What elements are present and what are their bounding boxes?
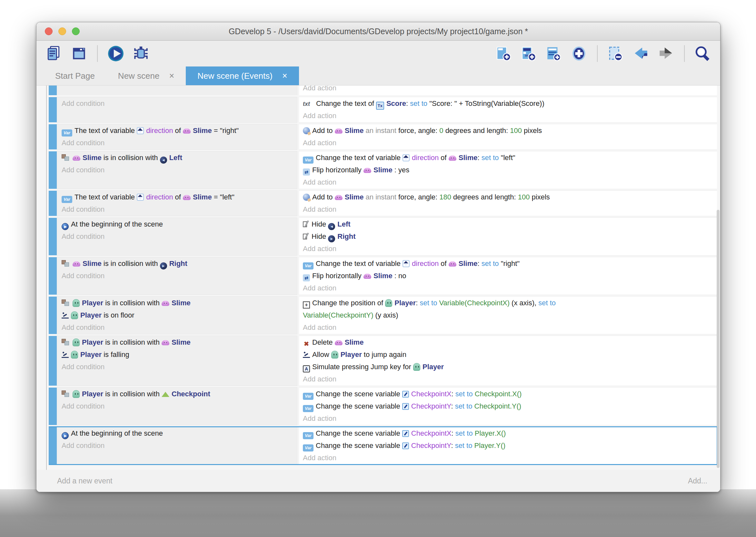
add-condition-button[interactable]: Add condition	[61, 164, 295, 176]
action[interactable]: Change the text of variable direction of…	[303, 152, 714, 164]
scene-editor-button[interactable]	[70, 45, 88, 62]
add-action-button[interactable]: Add action	[303, 282, 714, 294]
action[interactable]: Add to Slime an instant force, angle: 0 …	[303, 125, 714, 137]
add-condition-button[interactable]: Add condition	[61, 203, 295, 216]
add-action-button[interactable]: Add action	[303, 176, 714, 188]
event-drag-handle[interactable]	[49, 257, 57, 295]
add-condition-button[interactable]: Add condition	[61, 400, 295, 412]
event-row[interactable]: Player is in collision with CheckpointAd…	[49, 388, 717, 425]
tab-start-page[interactable]: Start Page	[44, 66, 106, 86]
add-action-button[interactable]: Add action	[303, 321, 714, 334]
action[interactable]: Add to Slime an instant force, angle: 18…	[303, 191, 714, 203]
condition[interactable]: At the beginning of the scene	[61, 427, 295, 439]
project-manager-button[interactable]	[45, 45, 63, 62]
add-new-event-button[interactable]: Add a new event	[57, 476, 112, 485]
var-icon	[303, 156, 314, 164]
condition[interactable]: At the beginning of the scene	[61, 218, 295, 230]
action[interactable]: Flip horizontally Slime : yes	[303, 164, 714, 176]
action[interactable]: Change the scene variable CheckpointX: s…	[303, 388, 714, 400]
action[interactable]: Hide Right	[303, 230, 714, 243]
event-drag-handle[interactable]	[49, 97, 57, 122]
event-drag-handle[interactable]	[49, 427, 57, 464]
redo-button[interactable]	[657, 45, 675, 62]
event-row[interactable]: The text of variable direction of Slime …	[49, 191, 717, 216]
jump-icon	[303, 351, 310, 358]
tab-close-icon[interactable]: ×	[169, 72, 174, 80]
add-action-button[interactable]: Add action	[303, 412, 714, 425]
event-row[interactable]: Player is in collision with SlimePlayer …	[49, 336, 717, 386]
event-row[interactable]: Add action	[49, 86, 717, 95]
event-drag-handle[interactable]	[49, 124, 57, 149]
action[interactable]: Hide Left	[303, 218, 714, 230]
event-drag-handle[interactable]	[49, 388, 57, 425]
tab-new-scene-events[interactable]: New scene (Events)×	[186, 66, 299, 86]
delete-event-button[interactable]	[607, 45, 625, 62]
collision-icon	[61, 260, 70, 267]
action[interactable]: Change the text of Score: set to "Score:…	[303, 98, 714, 110]
undo-button[interactable]	[632, 45, 650, 62]
condition[interactable]: The text of variable direction of Slime …	[61, 125, 295, 137]
debugger-button[interactable]	[132, 45, 150, 62]
event-row[interactable]: The text of variable direction of Slime …	[49, 124, 717, 149]
event-drag-handle[interactable]	[49, 297, 57, 334]
add-condition-button[interactable]: Add condition	[61, 98, 295, 110]
search-events-button[interactable]	[694, 45, 712, 62]
event-row[interactable]: Add conditionChange the text of Score: s…	[49, 97, 717, 122]
begin-icon	[61, 223, 69, 230]
condition[interactable]: Player is in collision with Checkpoint	[61, 388, 295, 400]
add-condition-button[interactable]: Add condition	[61, 439, 295, 452]
add-other-event-button[interactable]	[570, 45, 588, 62]
add-condition-button[interactable]: Add condition	[61, 270, 295, 282]
event-row[interactable]: Slime is in collision with RightAdd cond…	[49, 257, 717, 295]
action[interactable]: Simulate pressing Jump key for Player	[303, 361, 714, 373]
tab-new-scene[interactable]: New scene×	[106, 66, 186, 86]
add-comment-button[interactable]	[545, 45, 563, 62]
preview-button[interactable]	[107, 45, 125, 62]
add-action-button[interactable]: Add action	[303, 203, 714, 216]
event-row[interactable]: At the beginning of the sceneAdd conditi…	[49, 427, 717, 464]
action[interactable]: Change the text of variable direction of…	[303, 258, 714, 270]
add-action-button[interactable]: Add action	[303, 110, 714, 122]
event-row[interactable]: Slime is in collision with LeftAdd condi…	[49, 151, 717, 189]
event-row[interactable]: Player is in collision with SlimePlayer …	[49, 297, 717, 334]
add-event-button[interactable]	[494, 45, 512, 62]
event-drag-handle[interactable]	[49, 86, 57, 95]
condition[interactable]: Slime is in collision with Right	[61, 258, 295, 270]
add-action-button[interactable]: Add action	[303, 137, 714, 149]
add-action-button[interactable]: Add action	[303, 373, 714, 385]
add-condition-button[interactable]: Add condition	[61, 361, 295, 373]
add-condition-button[interactable]: Add condition	[61, 321, 295, 334]
event-row[interactable]: At the beginning of the sceneAdd conditi…	[49, 218, 717, 255]
add-subevent-button[interactable]	[520, 45, 538, 62]
close-window-button[interactable]	[45, 27, 53, 35]
condition[interactable]: Slime is in collision with Left	[61, 152, 295, 164]
condition[interactable]: Player is in collision with Slime	[61, 297, 295, 309]
condition[interactable]: The text of variable direction of Slime …	[61, 191, 295, 203]
action[interactable]: Change the scene variable CheckpointX: s…	[303, 427, 714, 439]
action[interactable]: Flip horizontally Slime : no	[303, 270, 714, 282]
scrollbar-thumb[interactable]	[717, 210, 720, 468]
add-condition-button[interactable]: Add condition	[61, 230, 295, 243]
condition[interactable]: Player is falling	[61, 349, 295, 361]
tab-close-icon[interactable]: ×	[282, 72, 287, 80]
add-more-button[interactable]: Add...	[688, 476, 707, 485]
event-drag-handle[interactable]	[49, 191, 57, 216]
event-drag-handle[interactable]	[49, 336, 57, 386]
event-drag-handle[interactable]	[49, 218, 57, 255]
action[interactable]: Change the position of Player: set to Va…	[303, 297, 714, 321]
vartype-icon	[402, 260, 410, 267]
event-drag-handle[interactable]	[49, 151, 57, 189]
action[interactable]: Change the scene variable CheckpointY: s…	[303, 439, 714, 452]
action[interactable]: Allow Player to jump again	[303, 349, 714, 361]
tab-label: Start Page	[55, 71, 95, 81]
minimize-window-button[interactable]	[58, 27, 66, 35]
add-condition-button[interactable]: Add condition	[61, 137, 295, 149]
condition[interactable]: Player is in collision with Slime	[61, 336, 295, 349]
add-action-button[interactable]: Add action	[303, 243, 714, 255]
action[interactable]: Delete Slime	[303, 336, 714, 349]
add-action-button[interactable]: Add action	[303, 86, 714, 94]
add-action-button[interactable]: Add action	[303, 452, 714, 464]
zoom-window-button[interactable]	[72, 27, 80, 35]
action[interactable]: Change the scene variable CheckpointY: s…	[303, 400, 714, 412]
condition[interactable]: Player is on floor	[61, 309, 295, 321]
